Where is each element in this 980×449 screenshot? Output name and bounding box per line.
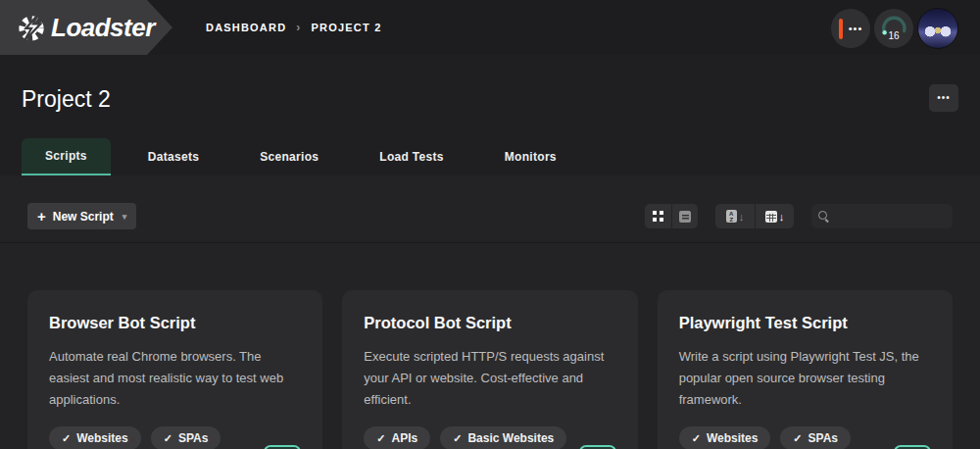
create-browser-bot-script-button[interactable] — [264, 445, 301, 449]
tag-label: SPAs — [178, 431, 208, 445]
breadcrumb-dashboard-link[interactable]: DASHBOARD — [206, 22, 286, 33]
sort-az-icon: A Z — [726, 210, 737, 223]
tag-label: Basic Websites — [467, 431, 554, 445]
scripts-toolbar: + New Script ▾ A Z ↓ — [27, 203, 953, 229]
user-avatar[interactable] — [917, 8, 958, 49]
card-browser-bot-script: Browser Bot Script Automate real Chrome … — [27, 290, 322, 449]
tag-label: SPAs — [808, 431, 838, 445]
sort-date-arrow-icon: ↓ — [779, 211, 785, 223]
gear-bolt-logo-icon — [18, 13, 47, 42]
tag-spas: ✓SPAs — [780, 426, 851, 449]
logo-wordmark: Loadster — [51, 13, 155, 43]
search-icon — [818, 211, 830, 223]
usage-gauge-button[interactable]: 16 — [874, 9, 913, 48]
card-description: Execute scripted HTTP/S requests against… — [364, 346, 615, 410]
toolbar-divider — [0, 242, 980, 243]
view-mode-toggle — [645, 204, 698, 228]
tag-label: APIs — [392, 431, 418, 445]
card-title: Browser Bot Script — [49, 314, 301, 332]
card-title: Playwright Test Script — [679, 314, 931, 332]
chevron-down-icon: ▾ — [122, 212, 127, 222]
plus-icon: + — [37, 209, 46, 224]
check-icon: ✓ — [62, 432, 71, 445]
ellipsis-icon: ••• — [849, 24, 863, 34]
project-tabs: Scripts Datasets Scenarios Load Tests Mo… — [0, 138, 980, 175]
project-more-options-button[interactable]: ••• — [929, 84, 958, 112]
tag-basic-websites: ✓Basic Websites — [440, 426, 566, 449]
grid-view-icon — [653, 211, 663, 222]
top-navbar: Loadster DASHBOARD › PROJECT 2 ••• 16 — [0, 0, 980, 55]
breadcrumb-project-link[interactable]: PROJECT 2 — [312, 22, 382, 33]
card-protocol-bot-script: Protocol Bot Script Execute scripted HTT… — [342, 290, 637, 449]
scripts-panel: + New Script ▾ A Z ↓ — [0, 203, 980, 449]
check-icon: ✓ — [453, 432, 462, 445]
card-playwright-test-script: Playwright Test Script Write a script us… — [658, 290, 953, 449]
sort-az-arrow-icon: ↓ — [739, 211, 745, 223]
tab-datasets[interactable]: Datasets — [124, 138, 222, 175]
status-indicator-bar-icon — [839, 19, 843, 39]
tag-spas: ✓SPAs — [151, 426, 221, 449]
tab-scenarios[interactable]: Scenarios — [236, 138, 342, 175]
tag-label: Websites — [707, 431, 758, 445]
card-description: Write a script using Playwright Test JS,… — [679, 346, 931, 410]
card-title: Protocol Bot Script — [364, 314, 615, 332]
check-icon: ✓ — [692, 432, 701, 445]
card-tags: ✓Websites ✓SPAs ✓Web Apps — [49, 426, 301, 449]
tab-scripts[interactable]: Scripts — [22, 138, 111, 175]
toolbar-right-controls: A Z ↓ ↓ — [645, 204, 953, 228]
list-view-button[interactable] — [671, 204, 698, 228]
new-script-label: New Script — [53, 210, 114, 224]
breadcrumb: DASHBOARD › PROJECT 2 — [206, 21, 381, 34]
tag-label: Websites — [76, 431, 127, 445]
check-icon: ✓ — [376, 432, 385, 445]
running-tests-menu-button[interactable]: ••• — [831, 9, 870, 48]
list-view-icon — [679, 211, 691, 223]
new-script-button[interactable]: + New Script ▾ — [27, 203, 136, 229]
search-input[interactable] — [836, 210, 946, 224]
sort-by-date-button[interactable]: ↓ — [755, 204, 794, 228]
topbar-actions: ••• 16 — [831, 8, 958, 49]
tag-websites: ✓Websites — [679, 426, 771, 449]
gauge-value: 16 — [874, 30, 913, 41]
search-box — [811, 204, 953, 228]
page-header-section: Project 2 ••• Scripts Datasets Scenarios… — [0, 55, 980, 175]
tab-load-tests[interactable]: Load Tests — [356, 138, 466, 175]
tag-websites: ✓Websites — [49, 426, 141, 449]
create-playwright-test-script-button[interactable] — [894, 445, 931, 449]
loadster-logo[interactable]: Loadster — [0, 0, 172, 55]
grid-view-button[interactable] — [645, 204, 671, 228]
breadcrumb-separator-icon: › — [296, 21, 301, 34]
tag-apis: ✓APIs — [364, 426, 430, 449]
sort-toggle: A Z ↓ ↓ — [715, 204, 794, 228]
create-protocol-bot-script-button[interactable] — [579, 445, 616, 449]
card-description: Automate real Chrome browsers. The easie… — [49, 346, 301, 410]
card-tags: ✓APIs ✓Basic Websites ✓HTTP — [364, 426, 615, 449]
card-tags: ✓Websites ✓SPAs ✓Web Apps — [679, 426, 931, 449]
page-title: Project 2 — [22, 86, 980, 113]
az-z: Z — [729, 217, 733, 223]
tab-monitors[interactable]: Monitors — [481, 138, 580, 175]
check-icon: ✓ — [164, 432, 172, 445]
sort-alphabetical-button[interactable]: A Z ↓ — [715, 204, 755, 228]
check-icon: ✓ — [793, 432, 802, 445]
script-type-cards: Browser Bot Script Automate real Chrome … — [27, 290, 953, 449]
calendar-sort-icon — [765, 211, 777, 223]
